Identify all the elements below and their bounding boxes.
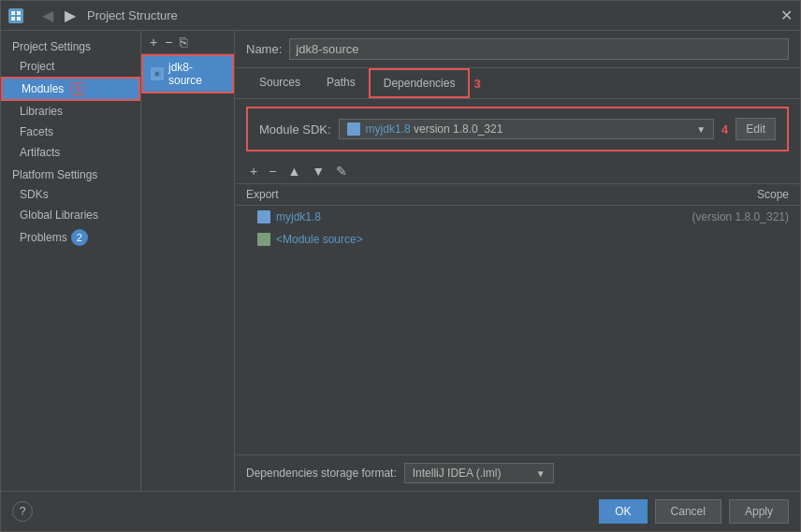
sidebar-item-libraries[interactable]: Libraries [1,101,140,122]
svg-rect-3 [17,17,21,21]
apply-button[interactable]: Apply [729,499,789,524]
nav-buttons: ◀ ▶ [38,7,80,24]
sdk-icon [347,122,360,136]
name-row: Name: [235,31,800,68]
sidebar-item-global-libraries[interactable]: Global Libraries [1,205,140,225]
sidebar-item-problems[interactable]: Problems 2 [1,225,140,250]
remove-module-button[interactable]: − [162,35,175,50]
tab-dependencies[interactable]: Dependencies [369,68,471,98]
sdk-edit-button[interactable]: Edit [735,118,776,140]
deps-edit-button[interactable]: ✎ [332,163,351,180]
sidebar-item-artifacts[interactable]: Artifacts [1,142,140,163]
back-button[interactable]: ◀ [38,7,57,24]
deps-item-icon [257,210,270,223]
sidebar-item-sdks[interactable]: SDKs [1,184,140,205]
sdk-annotation: 4 [721,122,728,137]
sdk-label: Module SDK: [259,122,331,137]
project-structure-dialog: ◀ ▶ Project Structure ✕ Project Settings… [0,0,801,532]
deps-down-button[interactable]: ▼ [308,163,328,180]
main-content: Name: Sources Paths Dependencies 3 Modul… [235,31,800,491]
ok-button[interactable]: OK [599,499,647,524]
platform-settings-section: Platform Settings [1,163,140,184]
module-icon [151,67,164,80]
close-button[interactable]: ✕ [780,8,793,23]
deps-item-version: (version 1.8.0_321) [692,210,789,223]
storage-select[interactable]: IntelliJ IDEA (.iml) ▼ [404,463,554,483]
title-bar: ◀ ▶ Project Structure ✕ [1,1,800,31]
dialog-title: Project Structure [87,8,773,22]
help-button[interactable]: ? [12,501,33,522]
module-list: + − ⎘ jdk8-source [141,31,235,491]
sdk-row: Module SDK: myjdk1.8 version 1.8.0_321 ▼… [246,107,789,151]
svg-rect-2 [11,17,15,21]
dialog-icon [8,8,23,23]
module-toolbar: + − ⎘ [141,31,234,54]
deps-export-header: Export [246,188,714,201]
tabs-row: Sources Paths Dependencies 3 [235,68,800,99]
tab-annotation: 3 [473,77,480,91]
storage-dropdown-arrow: ▼ [536,468,546,479]
add-module-button[interactable]: + [147,35,160,50]
storage-row: Dependencies storage format: IntelliJ ID… [235,454,800,491]
deps-item-module-name: <Module source> [276,233,789,246]
deps-table: Export Scope myjdk1.8 (version 1.8.0_321… [235,184,800,454]
sidebar-item-project[interactable]: Project [1,56,140,77]
sdk-select[interactable]: myjdk1.8 version 1.8.0_321 ▼ [339,119,714,139]
tab-paths[interactable]: Paths [313,69,369,97]
deps-item-name: myjdk1.8 [276,210,687,223]
copy-module-button[interactable]: ⎘ [177,35,190,50]
deps-add-button[interactable]: + [246,163,261,180]
svg-rect-1 [17,11,21,15]
module-item-jdk8-source[interactable]: jdk8-source [141,54,234,93]
sdk-select-text: myjdk1.8 version 1.8.0_321 [366,122,692,136]
svg-rect-5 [155,72,159,76]
sdk-dropdown-arrow: ▼ [696,124,706,135]
deps-remove-button[interactable]: − [265,163,280,180]
content-area: Project Settings Project Modules 1 Libra… [1,31,800,491]
deps-item-module-source[interactable]: <Module source> [235,228,800,251]
sidebar-item-facets[interactable]: Facets [1,122,140,142]
name-input[interactable] [289,38,789,60]
forward-button[interactable]: ▶ [61,7,80,24]
project-settings-section: Project Settings [1,35,140,56]
tab-sources[interactable]: Sources [246,69,313,97]
deps-up-button[interactable]: ▲ [284,163,304,180]
svg-rect-0 [11,11,15,15]
module-name: jdk8-source [168,61,225,87]
deps-item-module-icon [257,233,270,246]
storage-select-text: IntelliJ IDEA (.iml) [413,467,531,480]
deps-item-myjdk[interactable]: myjdk1.8 (version 1.8.0_321) [235,206,800,228]
cancel-button[interactable]: Cancel [655,499,721,524]
storage-label: Dependencies storage format: [246,467,397,480]
sidebar-item-modules[interactable]: Modules 1 [1,77,140,101]
name-label: Name: [246,42,282,56]
deps-scope-header: Scope [714,188,789,201]
deps-toolbar: + − ▲ ▼ ✎ [235,159,800,184]
deps-header: Export Scope [235,184,800,206]
bottom-bar: ? OK Cancel Apply [1,491,800,531]
sidebar: Project Settings Project Modules 1 Libra… [1,31,141,491]
